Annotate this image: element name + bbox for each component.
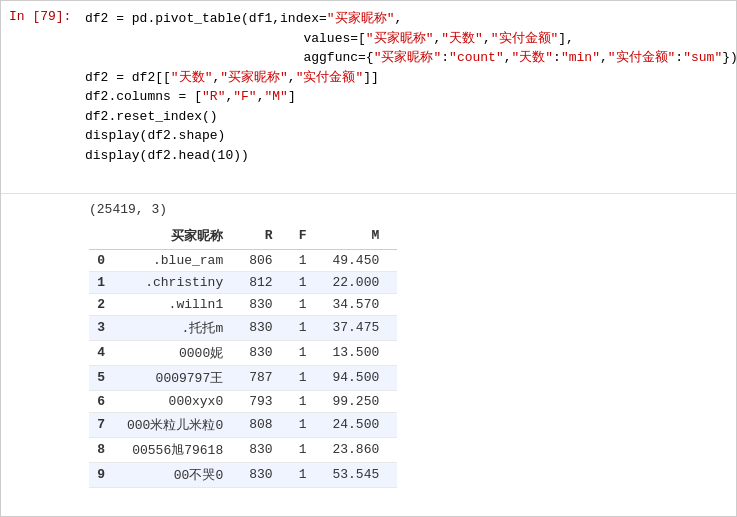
cell-idx: 5 (89, 365, 119, 390)
cell-f: 1 (291, 365, 325, 390)
col-header-name: 买家昵称 (119, 223, 241, 250)
table-row: 5 0009797王 787 1 94.500 (89, 365, 397, 390)
cell-name: 0009797王 (119, 365, 241, 390)
cell-name: 00556旭79618 (119, 437, 241, 462)
table-row: 6 000xyx0 793 1 99.250 (89, 390, 397, 412)
cell-idx: 4 (89, 340, 119, 365)
cell-m: 23.860 (324, 437, 397, 462)
table-header-row: 买家昵称 R F M (89, 223, 397, 250)
cell-f: 1 (291, 340, 325, 365)
cell-label: In [79]: (1, 7, 81, 187)
cell-name: .托托m (119, 315, 241, 340)
col-header-r: R (241, 223, 290, 250)
col-header-f: F (291, 223, 325, 250)
table-row: 3 .托托m 830 1 37.475 (89, 315, 397, 340)
table-row: 0 .blue_ram 806 1 49.450 (89, 249, 397, 271)
cell-idx: 6 (89, 390, 119, 412)
cell-idx: 2 (89, 293, 119, 315)
table-row: 1 .christiny 812 1 22.000 (89, 271, 397, 293)
cell-idx: 0 (89, 249, 119, 271)
cell-m: 94.500 (324, 365, 397, 390)
cell-idx: 3 (89, 315, 119, 340)
cell-name: 00不哭0 (119, 462, 241, 487)
cell-f: 1 (291, 293, 325, 315)
cell-r: 787 (241, 365, 290, 390)
cell-r: 793 (241, 390, 290, 412)
cell-m: 99.250 (324, 390, 397, 412)
cell-r: 808 (241, 412, 290, 437)
cell-r: 830 (241, 293, 290, 315)
table-row: 8 00556旭79618 830 1 23.860 (89, 437, 397, 462)
cell-f: 1 (291, 412, 325, 437)
cell-output: (25419, 3) 买家昵称 R F M 0 .blue_ram 806 1 … (1, 194, 736, 498)
cell-name: 000米粒儿米粒0 (119, 412, 241, 437)
cell-name: 0000妮 (119, 340, 241, 365)
cell-m: 49.450 (324, 249, 397, 271)
cell-idx: 7 (89, 412, 119, 437)
col-header-idx (89, 223, 119, 250)
cell-name: .blue_ram (119, 249, 241, 271)
cell-idx: 8 (89, 437, 119, 462)
table-row: 4 0000妮 830 1 13.500 (89, 340, 397, 365)
cell-r: 806 (241, 249, 290, 271)
col-header-m: M (324, 223, 397, 250)
cell-r: 830 (241, 315, 290, 340)
table-row: 7 000米粒儿米粒0 808 1 24.500 (89, 412, 397, 437)
table-row: 9 00不哭0 830 1 53.545 (89, 462, 397, 487)
cell-f: 1 (291, 390, 325, 412)
cell-r: 812 (241, 271, 290, 293)
cell-f: 1 (291, 249, 325, 271)
cell-m: 34.570 (324, 293, 397, 315)
cell-idx: 1 (89, 271, 119, 293)
cell-name: .willn1 (119, 293, 241, 315)
notebook-cell: In [79]: df2 = pd.pivot_table(df1,index=… (0, 0, 737, 517)
cell-m: 37.475 (324, 315, 397, 340)
cell-name: 000xyx0 (119, 390, 241, 412)
cell-idx: 9 (89, 462, 119, 487)
code-line1: df2 = pd.pivot_table(df1,index="买家昵称", v… (85, 11, 737, 163)
data-table: 买家昵称 R F M 0 .blue_ram 806 1 49.450 1 .c… (89, 223, 397, 488)
cell-f: 1 (291, 271, 325, 293)
cell-f: 1 (291, 437, 325, 462)
cell-name: .christiny (119, 271, 241, 293)
cell-f: 1 (291, 315, 325, 340)
cell-r: 830 (241, 462, 290, 487)
table-row: 2 .willn1 830 1 34.570 (89, 293, 397, 315)
cell-r: 830 (241, 437, 290, 462)
cell-input: In [79]: df2 = pd.pivot_table(df1,index=… (1, 1, 736, 194)
cell-code: df2 = pd.pivot_table(df1,index="买家昵称", v… (81, 7, 737, 187)
cell-f: 1 (291, 462, 325, 487)
shape-output: (25419, 3) (81, 200, 736, 219)
cell-m: 24.500 (324, 412, 397, 437)
cell-m: 13.500 (324, 340, 397, 365)
cell-m: 53.545 (324, 462, 397, 487)
cell-m: 22.000 (324, 271, 397, 293)
cell-r: 830 (241, 340, 290, 365)
